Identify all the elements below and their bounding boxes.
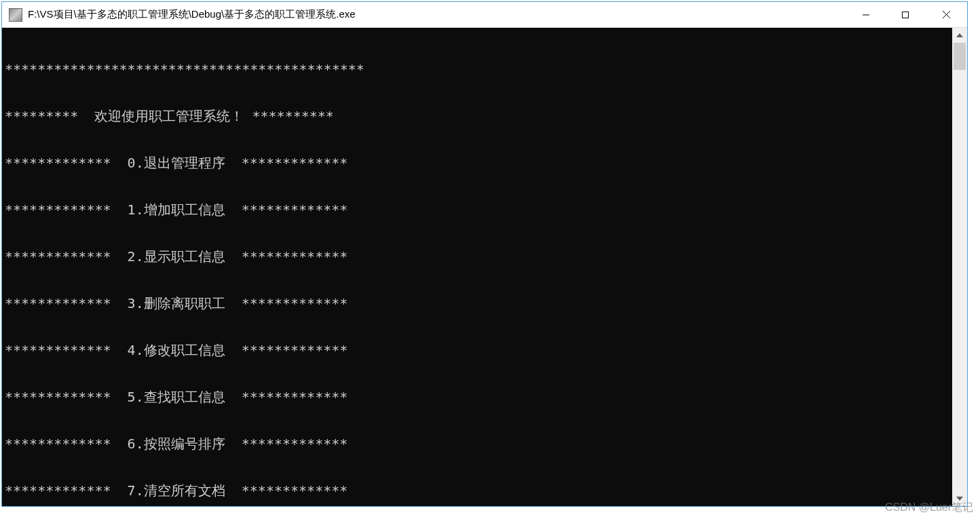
watermark: CSDN @Luer笔记 — [885, 501, 973, 515]
console-line: ********* 欢迎使用职工管理系统！ ********** — [5, 109, 952, 124]
vertical-scrollbar[interactable] — [952, 28, 967, 506]
console-line: ************* 4.修改职工信息 ************* — [5, 343, 952, 358]
app-icon — [9, 8, 22, 22]
console-line: ************* 5.查找职工信息 ************* — [5, 389, 952, 405]
svg-marker-4 — [956, 33, 963, 37]
maximize-button[interactable] — [886, 2, 925, 27]
close-icon — [942, 10, 951, 19]
close-button[interactable] — [925, 2, 967, 27]
scroll-thumb[interactable] — [954, 43, 966, 70]
console-output: ****************************************… — [2, 28, 952, 506]
scroll-track[interactable] — [952, 43, 967, 491]
minimize-icon — [862, 11, 870, 19]
console-line: ************* 0.退出管理程序 ************* — [5, 155, 952, 171]
chevron-up-icon — [956, 33, 963, 37]
window-controls — [846, 2, 967, 27]
console-line: ************* 2.显示职工信息 ************* — [5, 249, 952, 265]
minimize-button[interactable] — [846, 2, 886, 27]
window-title: F:\VS项目\基于多态的职工管理系统\Debug\基于多态的职工管理系统.ex… — [28, 8, 846, 21]
console-line: ************* 6.按照编号排序 ************* — [5, 436, 952, 452]
console-line: ****************************************… — [5, 62, 952, 77]
console-area[interactable]: ****************************************… — [2, 28, 967, 506]
console-line: ************* 7.清空所有文档 ************* — [5, 483, 952, 499]
svg-rect-1 — [903, 12, 909, 18]
maximize-icon — [901, 11, 909, 19]
console-line: ************* 1.增加职工信息 ************* — [5, 202, 952, 218]
titlebar: F:\VS项目\基于多态的职工管理系统\Debug\基于多态的职工管理系统.ex… — [2, 2, 967, 28]
console-line: ************* 3.删除离职职工 ************* — [5, 296, 952, 311]
scroll-up-button[interactable] — [952, 28, 967, 43]
console-window: F:\VS项目\基于多态的职工管理系统\Debug\基于多态的职工管理系统.ex… — [1, 1, 968, 507]
